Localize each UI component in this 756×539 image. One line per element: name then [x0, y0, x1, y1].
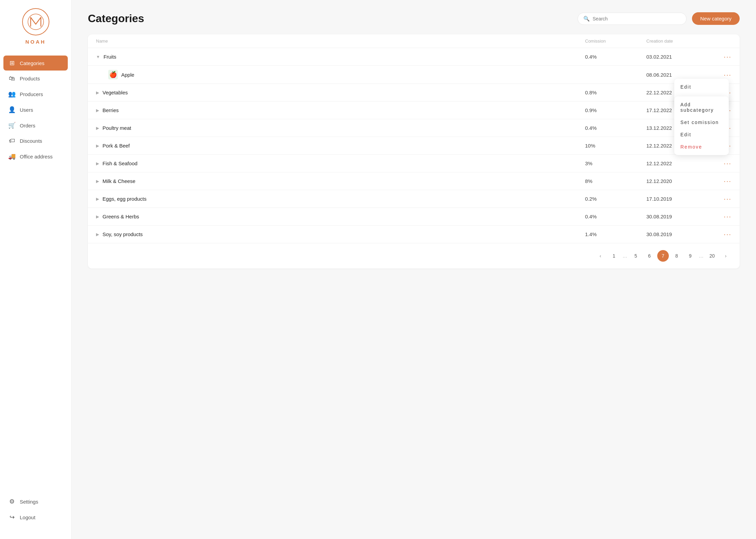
row-commission: 0.4% — [585, 214, 646, 219]
table-row: ▼ Fruits 0.4% 03.02.2021 ··· — [88, 48, 740, 66]
more-actions-button[interactable]: ··· — [714, 213, 731, 220]
row-name-fruits: ▼ Fruits — [96, 54, 585, 60]
row-date: 17.10.2019 — [646, 196, 714, 202]
category-name: Fruits — [104, 54, 116, 60]
row-name-vegetables: ▶ Vegetables — [96, 90, 585, 95]
pagination-ellipsis-1: … — [622, 253, 628, 259]
more-actions-button[interactable]: ··· — [714, 177, 731, 185]
sidebar-item-discounts[interactable]: 🏷 Discounts — [3, 134, 68, 148]
chevron-down-icon[interactable]: ▼ — [96, 55, 100, 59]
pagination-page-1[interactable]: 1 — [608, 250, 620, 262]
sidebar-item-label: Office address — [20, 154, 52, 159]
row-name-poultry: ▶ Poultry meat — [96, 125, 585, 131]
row-name-soy: ▶ Soy, soy products — [96, 231, 585, 237]
search-input[interactable] — [593, 16, 681, 21]
table-row: ▶ Fish & Seafood 3% 12.12.2022 ··· — [88, 155, 740, 172]
category-name: Poultry meat — [103, 125, 131, 131]
sidebar-item-office-address[interactable]: 🚚 Office address — [3, 149, 68, 164]
producers-icon: 👥 — [8, 90, 16, 98]
logout-icon: ↪ — [8, 513, 16, 521]
sidebar-item-settings[interactable]: ⚙ Settings — [3, 494, 68, 509]
sidebar-item-producers[interactable]: 👥 Producers — [3, 87, 68, 102]
search-box: 🔍 — [578, 13, 687, 25]
chevron-right-icon[interactable]: ▶ — [96, 161, 99, 166]
categories-icon: ⊞ — [8, 59, 16, 67]
row-commission: 10% — [585, 143, 646, 149]
sidebar-item-label: Discounts — [20, 138, 42, 144]
row-name-apple: 🍎 Apple — [108, 70, 585, 79]
products-icon: 🛍 — [8, 75, 16, 82]
pagination-next-button[interactable]: › — [720, 250, 731, 262]
chevron-right-icon[interactable]: ▶ — [96, 90, 99, 95]
table-header: Name Comission Creation date — [88, 34, 740, 48]
table-row: ▶ Poultry meat 0.4% 13.12.2022 ··· — [88, 119, 740, 137]
chevron-right-icon[interactable]: ▶ — [96, 179, 99, 184]
table-row: 🍎 Apple 08.06.2021 ··· Edit Remove — [88, 66, 740, 84]
edit-button[interactable]: Edit — [674, 128, 729, 141]
row-commission: 1.4% — [585, 231, 646, 237]
row-date: 12.12.2020 — [646, 178, 714, 184]
set-commission-button[interactable]: Set comission — [674, 116, 729, 128]
settings-icon: ⚙ — [8, 498, 16, 505]
main-content: Categories 🔍 New category Name Comission… — [72, 0, 756, 539]
header-right: 🔍 New category — [578, 12, 740, 25]
row-date: 30.08.2019 — [646, 214, 714, 219]
chevron-right-icon[interactable]: ▶ — [96, 214, 99, 219]
more-actions-button[interactable]: ··· — [714, 53, 731, 61]
table-row: ▶ Pork & Beef 10% 12.12.2022 ··· — [88, 137, 740, 155]
sidebar-item-users[interactable]: 👤 Users — [3, 102, 68, 117]
pagination-page-20[interactable]: 20 — [706, 250, 718, 262]
pagination-page-8[interactable]: 8 — [671, 250, 682, 262]
more-actions-button[interactable]: ··· — [714, 195, 731, 203]
more-actions-button[interactable]: ··· — [714, 230, 731, 238]
pagination-ellipsis-2: … — [698, 253, 704, 259]
chevron-right-icon[interactable]: ▶ — [96, 197, 99, 201]
new-category-button[interactable]: New category — [692, 12, 740, 25]
chevron-right-icon[interactable]: ▶ — [96, 126, 99, 130]
row-name-milk: ▶ Milk & Cheese — [96, 178, 585, 184]
pagination-prev-button[interactable]: ‹ — [595, 250, 606, 262]
sidebar-item-label: Producers — [20, 91, 43, 97]
col-actions — [714, 38, 731, 44]
sidebar-item-label: Orders — [20, 123, 35, 128]
pagination: ‹ 1 … 5 6 7 8 9 … 20 › — [88, 243, 740, 268]
row-commission: 8% — [585, 178, 646, 184]
chevron-right-icon[interactable]: ▶ — [96, 232, 99, 237]
sidebar-item-categories[interactable]: ⊞ Categories — [3, 56, 68, 71]
pagination-page-5[interactable]: 5 — [630, 250, 642, 262]
row-date: 30.08.2019 — [646, 231, 714, 237]
logo-area: NOAH — [0, 8, 71, 56]
more-actions-button[interactable]: ··· — [714, 159, 731, 167]
pagination-page-9[interactable]: 9 — [684, 250, 696, 262]
col-date: Creation date — [646, 38, 714, 44]
remove-button[interactable]: Remove — [674, 141, 729, 153]
dropdown-menu-full: Add subcategory Set comission Edit Remov… — [674, 96, 729, 155]
row-name-fish: ▶ Fish & Seafood — [96, 160, 585, 166]
category-name: Pork & Beef — [103, 143, 130, 149]
sidebar-item-logout[interactable]: ↪ Logout — [3, 510, 68, 525]
nav-items: ⊞ Categories 🛍 Products 👥 Producers 👤 Us… — [0, 56, 71, 494]
row-date: 12.12.2022 — [646, 160, 714, 166]
sidebar: NOAH ⊞ Categories 🛍 Products 👥 Producers… — [0, 0, 72, 539]
edit-button[interactable]: Edit — [674, 81, 729, 93]
pagination-page-7[interactable]: 7 — [657, 250, 669, 262]
row-commission: 0.4% — [585, 125, 646, 131]
sidebar-item-orders[interactable]: 🛒 Orders — [3, 118, 68, 133]
chevron-right-icon[interactable]: ▶ — [96, 108, 99, 113]
sidebar-item-label: Categories — [20, 60, 45, 66]
chevron-right-icon[interactable]: ▶ — [96, 143, 99, 148]
row-name-greens: ▶ Greens & Herbs — [96, 214, 585, 219]
table-row: ▶ Vegetables 0.8% 22.12.2022 ··· Add sub… — [88, 84, 740, 102]
category-name: Milk & Cheese — [103, 178, 136, 184]
table-row: ▶ Soy, soy products 1.4% 30.08.2019 ··· — [88, 226, 740, 243]
table-row: ▶ Milk & Cheese 8% 12.12.2020 ··· — [88, 172, 740, 190]
sidebar-item-label: Logout — [20, 514, 35, 520]
col-commission: Comission — [585, 38, 646, 44]
row-name-eggs: ▶ Eggs, egg products — [96, 196, 585, 202]
sidebar-item-products[interactable]: 🛍 Products — [3, 71, 68, 86]
pagination-page-6[interactable]: 6 — [644, 250, 655, 262]
more-actions-button[interactable]: ··· Edit Remove — [714, 71, 731, 79]
row-name-berries: ▶ Berries — [96, 107, 585, 113]
page-header: Categories 🔍 New category — [88, 12, 740, 25]
add-subcategory-button[interactable]: Add subcategory — [674, 98, 729, 116]
